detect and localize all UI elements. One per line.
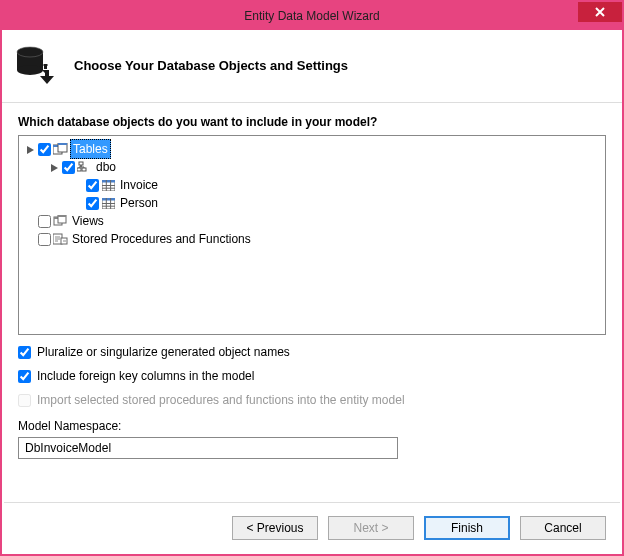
table-icon — [101, 179, 116, 192]
tables-icon — [53, 143, 68, 156]
close-icon — [595, 7, 605, 17]
next-button: Next > — [328, 516, 414, 540]
tree-label-person: Person — [118, 194, 160, 212]
object-tree[interactable]: Tables dbo — [18, 135, 606, 335]
checkbox-person[interactable] — [86, 197, 99, 210]
checkbox-views[interactable] — [38, 215, 51, 228]
svg-rect-11 — [77, 168, 81, 171]
window-title: Entity Data Model Wizard — [244, 9, 379, 23]
option-import-sprocs: Import selected stored procedures and fu… — [18, 393, 606, 407]
checkbox-procs[interactable] — [38, 233, 51, 246]
database-icon — [14, 44, 56, 86]
checkbox-import-sprocs — [18, 394, 31, 407]
option-pluralize[interactable]: Pluralize or singularize generated objec… — [18, 345, 606, 359]
collapse-icon[interactable] — [25, 144, 36, 155]
cancel-button[interactable]: Cancel — [520, 516, 606, 540]
question-label: Which database objects do you want to in… — [18, 115, 606, 129]
svg-rect-20 — [102, 198, 115, 201]
svg-rect-9 — [58, 143, 67, 145]
tree-node-invoice[interactable]: Invoice — [21, 176, 603, 194]
finish-button[interactable]: Finish — [424, 516, 510, 540]
svg-rect-14 — [102, 180, 115, 183]
label-pluralize: Pluralize or singularize generated objec… — [37, 345, 290, 359]
header-section: Choose Your Database Objects and Setting… — [2, 30, 622, 96]
checkbox-tables[interactable] — [38, 143, 51, 156]
label-import-sprocs: Import selected stored procedures and fu… — [37, 393, 405, 407]
checkbox-pluralize[interactable] — [18, 346, 31, 359]
svg-rect-12 — [82, 168, 86, 171]
close-button[interactable] — [578, 2, 622, 22]
option-foreign-keys[interactable]: Include foreign key columns in the model — [18, 369, 606, 383]
tree-label-tables: Tables — [70, 139, 111, 159]
table-icon — [101, 197, 116, 210]
tree-node-procs[interactable]: Stored Procedures and Functions — [21, 230, 603, 248]
tree-label-dbo: dbo — [94, 158, 118, 176]
titlebar: Entity Data Model Wizard — [2, 2, 622, 30]
tree-label-views: Views — [70, 212, 106, 230]
procs-icon — [53, 233, 68, 246]
views-icon — [53, 215, 68, 228]
svg-rect-4 — [44, 66, 47, 69]
footer: < Previous Next > Finish Cancel — [4, 502, 620, 552]
client-area: Choose Your Database Objects and Setting… — [2, 30, 622, 459]
tree-node-dbo[interactable]: dbo — [21, 158, 603, 176]
label-foreign-keys: Include foreign key columns in the model — [37, 369, 254, 383]
tree-label-procs: Stored Procedures and Functions — [70, 230, 253, 248]
svg-rect-10 — [79, 162, 83, 165]
content: Which database objects do you want to in… — [2, 115, 622, 459]
namespace-label: Model Namespace: — [18, 419, 606, 433]
namespace-input[interactable] — [18, 437, 398, 459]
tree-node-person[interactable]: Person — [21, 194, 603, 212]
svg-point-2 — [17, 65, 43, 75]
checkbox-invoice[interactable] — [86, 179, 99, 192]
schema-icon — [77, 161, 92, 174]
checkbox-foreign-keys[interactable] — [18, 370, 31, 383]
wizard-window: Entity Data Model Wizard Choose Your Dat… — [0, 0, 624, 556]
header-separator — [2, 102, 622, 103]
tree-label-invoice: Invoice — [118, 176, 160, 194]
tree-node-views[interactable]: Views — [21, 212, 603, 230]
svg-rect-28 — [58, 215, 66, 217]
header-heading: Choose Your Database Objects and Setting… — [74, 58, 348, 73]
previous-button[interactable]: < Previous — [232, 516, 318, 540]
tree-node-tables[interactable]: Tables — [21, 140, 603, 158]
checkbox-dbo[interactable] — [62, 161, 75, 174]
svg-rect-5 — [44, 64, 48, 66]
collapse-icon[interactable] — [49, 162, 60, 173]
